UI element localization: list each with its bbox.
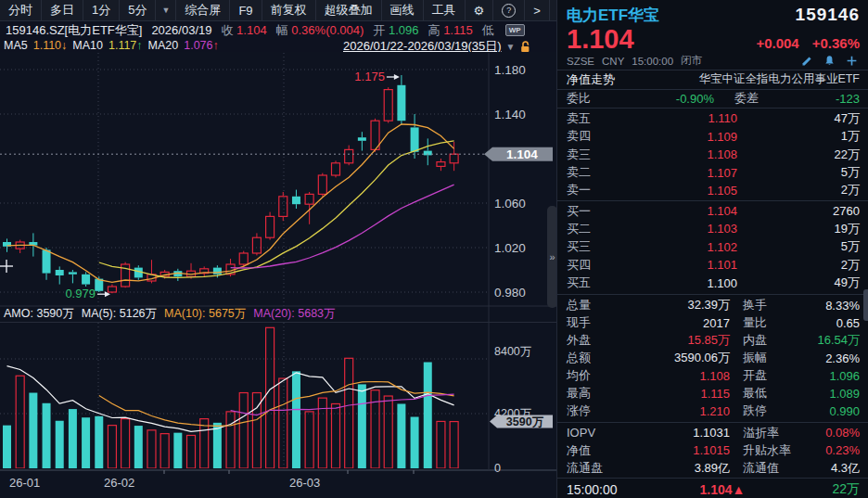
price-change: +0.004+0.36% xyxy=(756,35,860,51)
tick-time: 15:00:00 xyxy=(567,482,659,497)
level-label: 买四 xyxy=(567,257,626,274)
high-value: 1.115 xyxy=(443,23,473,37)
wp-tool-icon[interactable]: WP xyxy=(505,24,525,36)
divider xyxy=(557,200,868,201)
quote-info-row: 159146.SZ[电力ETF华宝] 2026/03/19 收 1.104 幅 … xyxy=(0,21,562,39)
nav-trend-row[interactable]: 净值走势 华宝中证全指电力公用事业ETF xyxy=(557,71,868,88)
svg-text:1.020: 1.020 xyxy=(494,241,526,255)
level-label: 买一 xyxy=(567,203,626,220)
level-volume: 19万 xyxy=(737,221,860,237)
svg-text:0: 0 xyxy=(494,462,501,475)
help-icon[interactable]: ? xyxy=(493,0,525,20)
trade-date: 2026/03/19 xyxy=(151,23,211,37)
add-plus-icon[interactable] xyxy=(844,54,860,68)
ma10-label: MA10 xyxy=(72,39,103,52)
level-price: 1.107 xyxy=(626,166,737,180)
tab-1min[interactable]: 1分 xyxy=(83,0,120,20)
toolbar-expand-chevron-icon[interactable]: > xyxy=(525,0,550,20)
button-f9[interactable]: F9 xyxy=(230,0,262,20)
low-label: 低 xyxy=(482,22,494,39)
ask-book: 卖五1.11047万卖四1.1091万卖三1.10822万卖二1.1075万卖一… xyxy=(557,109,868,199)
vol-ma5-value: MA(5): 5126万 xyxy=(82,306,157,322)
stats-block: 总量32.39万换手8.33%现手2017量比0.65外盘15.85万内盘16.… xyxy=(557,297,868,420)
level-price: 1.101 xyxy=(626,258,737,272)
ma20-value: 1.076↑ xyxy=(184,39,219,52)
level-volume: 5万 xyxy=(737,238,860,255)
level-label: 买二 xyxy=(567,221,626,237)
button-forward-adjust[interactable]: 前复权 xyxy=(262,0,316,20)
bid-row-1[interactable]: 买一1.1042760 xyxy=(557,202,868,220)
level-label: 买五 xyxy=(567,275,626,291)
stats-block-2: IOPV1.1031溢折率0.08%净值1.1015升贴水率0.23%流通盘3.… xyxy=(557,424,868,477)
bid-row-2[interactable]: 买二1.10319万 xyxy=(557,220,868,237)
level-label: 卖二 xyxy=(567,164,626,181)
open-value: 1.096 xyxy=(389,23,419,37)
level-price: 1.109 xyxy=(626,130,737,144)
ask-row-4[interactable]: 卖二1.1075万 xyxy=(557,163,868,181)
svg-text:1.104: 1.104 xyxy=(506,147,538,161)
quote-panel: 电力ETF华宝 159146 1.104 +0.004+0.36% SZSE C… xyxy=(556,0,868,498)
settings-gear-icon[interactable]: ⚙ xyxy=(466,0,494,20)
date-range-caret-icon[interactable]: ▼ xyxy=(506,42,516,52)
unlock-icon[interactable] xyxy=(519,40,531,53)
candlestick-volume-chart[interactable]: 1.1801.1401.0601.0200.9808400万4200万01.10… xyxy=(0,52,556,498)
level-price: 1.104 xyxy=(626,204,737,218)
level-price: 1.105 xyxy=(626,184,737,198)
button-composite-screen[interactable]: 综合屏 xyxy=(176,0,230,20)
tab-timeline[interactable]: 分时 xyxy=(0,0,42,20)
stat-row: 最高1.115最低1.089 xyxy=(557,385,868,402)
level-volume: 2万 xyxy=(737,182,860,198)
fund-full-name: 华宝中证全指电力公用事业ETF xyxy=(698,71,860,87)
divider xyxy=(557,70,868,70)
level-label: 卖四 xyxy=(567,128,626,145)
weicha-label: 委差 xyxy=(714,90,759,107)
exchange-label: SZSE xyxy=(567,56,594,67)
symbol-label: 159146.SZ[电力ETF华宝] xyxy=(6,22,142,39)
ma10-value: 1.117↑ xyxy=(108,39,143,52)
button-tools[interactable]: 工具 xyxy=(424,0,466,20)
svg-text:26-03: 26-03 xyxy=(289,476,320,490)
tab-5min[interactable]: 5分 xyxy=(120,0,156,20)
level-price: 1.110 xyxy=(626,111,737,125)
edit-pencil-icon[interactable] xyxy=(799,54,815,68)
ask-row-3[interactable]: 卖三1.10822万 xyxy=(557,146,868,163)
level-label: 买三 xyxy=(567,238,626,255)
bid-row-5[interactable]: 买五1.10049万 xyxy=(557,274,868,291)
divider xyxy=(557,294,868,295)
stat-row: 净值1.1015升贴水率0.23% xyxy=(557,441,868,459)
tick-volume: 22万 xyxy=(785,481,860,498)
stat-row: 涨停1.210跌停0.990 xyxy=(557,402,868,420)
level-price: 1.100 xyxy=(626,276,737,290)
level-volume: 22万 xyxy=(737,147,860,163)
level-volume: 2760 xyxy=(737,204,860,218)
bid-row-4[interactable]: 买四1.1012万 xyxy=(557,256,868,274)
toolbar-right-group: 综合屏 F9 前复权 超级叠加 画线 工具 ⚙ ? > xyxy=(176,0,549,20)
market-status: 闭市 xyxy=(681,54,702,68)
nav-trend-label[interactable]: 净值走势 xyxy=(567,71,615,88)
ask-row-5[interactable]: 卖一1.1052万 xyxy=(557,182,868,199)
alert-bell-icon[interactable] xyxy=(822,54,837,68)
svg-text:1.180: 1.180 xyxy=(494,63,526,77)
level-volume: 1万 xyxy=(737,128,860,145)
level-price: 1.108 xyxy=(626,147,737,161)
tab-multiday[interactable]: 多日 xyxy=(42,0,83,20)
bid-row-3[interactable]: 买三1.1025万 xyxy=(557,238,868,256)
ma20-label: MA20 xyxy=(148,39,179,52)
security-code: 159146 xyxy=(796,5,860,25)
stat-row: 流通盘3.89亿流通值4.3亿 xyxy=(557,459,868,477)
divider xyxy=(557,478,868,479)
level-label: 卖五 xyxy=(567,110,626,127)
ask-row-1[interactable]: 卖五1.11047万 xyxy=(557,109,868,127)
button-super-overlay[interactable]: 超级叠加 xyxy=(316,0,382,20)
ask-row-2[interactable]: 卖四1.1091万 xyxy=(557,128,868,146)
period-dropdown-icon[interactable]: ▼ xyxy=(156,0,176,20)
panel-scrollbar-nub[interactable] xyxy=(863,289,868,321)
svg-text:0.980: 0.980 xyxy=(494,286,526,300)
svg-text:26-01: 26-01 xyxy=(9,476,40,490)
stat-row: 现手2017量比0.65 xyxy=(557,314,868,332)
ma5-value: 1.110↓ xyxy=(33,39,68,52)
level-volume: 2万 xyxy=(737,257,860,274)
button-draw-line[interactable]: 画线 xyxy=(382,0,424,20)
help-question-glyph: ? xyxy=(502,4,516,18)
stat-row: 总量32.39万换手8.33% xyxy=(557,297,868,314)
